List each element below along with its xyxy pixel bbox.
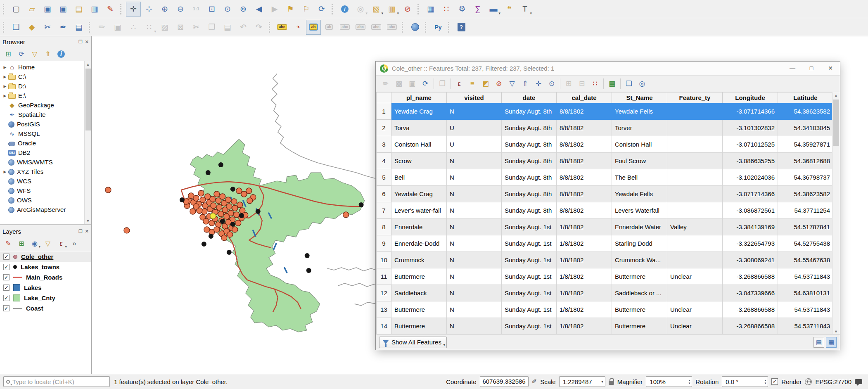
new-spatial-bookmark-button[interactable]: ⚑ xyxy=(283,2,298,17)
filter-select-form-button[interactable]: ▽ xyxy=(506,78,518,90)
reload-table-button[interactable]: ⟳ xyxy=(419,78,432,90)
open-attribute-table-button[interactable]: ▦ xyxy=(423,2,438,17)
row-number[interactable]: 10 xyxy=(377,252,391,268)
select-by-value-button[interactable]: ▥▾ xyxy=(384,2,399,17)
text-annotation-button[interactable]: T▾ xyxy=(517,2,532,17)
browser-item-db2[interactable]: DB2DB2 xyxy=(0,148,84,157)
field-calculator-button[interactable]: ∷ xyxy=(439,2,454,17)
filter-by-expression-button[interactable]: ε▾ xyxy=(55,237,67,250)
add-group-button[interactable]: ⊞ xyxy=(15,237,28,250)
select-by-value-caret-icon[interactable]: ▾ xyxy=(397,11,399,15)
table-row[interactable]: 14ButtermereNSunday Augt. 1st1/8/1802But… xyxy=(377,318,833,334)
layer-checkbox[interactable]: ✓ xyxy=(3,285,9,291)
new-shapefile-layer-button[interactable]: ✂ xyxy=(40,20,55,35)
magnifier-spinner[interactable]: 100% ▴▾ xyxy=(646,376,692,387)
scroll-thumb[interactable] xyxy=(85,69,91,130)
column-header-pl_name[interactable]: pl_name xyxy=(391,93,447,103)
save-project-button[interactable]: ▣ xyxy=(40,2,55,17)
processing-toolbox-button[interactable]: ⚙ xyxy=(455,2,470,17)
table-row[interactable]: 10CrummockNSunday Augt. 1st1/8/1802Crumm… xyxy=(377,252,833,268)
browser-item-arcgismapserver[interactable]: ArcGisMapServer xyxy=(0,205,84,214)
select-by-expression-button[interactable]: ε xyxy=(453,78,465,90)
table-row[interactable]: 3Coniston HallUSunday Augt. 8th8/8/1802C… xyxy=(377,136,833,153)
layer-item-lakes-towns[interactable]: ✓Lakes_towns xyxy=(0,262,91,272)
layer-labeling-button[interactable]: abc xyxy=(275,20,289,35)
browser-item-ows[interactable]: OWS xyxy=(0,195,84,205)
browser-item-mssql[interactable]: ∿MSSQL xyxy=(0,129,84,138)
table-row[interactable]: 8EnnerdaleNSunday Augt. 1st1/8/1802Enner… xyxy=(377,219,833,235)
invert-selection-button[interactable]: ◩ xyxy=(479,78,492,90)
minimize-button[interactable]: — xyxy=(783,62,802,75)
row-number[interactable]: 2 xyxy=(377,120,391,136)
help-button[interactable]: ? xyxy=(454,20,469,35)
layer-checkbox[interactable]: ✓ xyxy=(3,254,9,260)
layers-close-button[interactable]: ✕ xyxy=(85,229,89,234)
layer-item-coast[interactable]: ✓Coast xyxy=(0,303,91,313)
table-row[interactable]: 4ScrowNSunday Augt. 8th8/8/1802Foul Scro… xyxy=(377,153,833,169)
collapse-all-button[interactable]: ⇑ xyxy=(42,48,54,60)
scroll-thumb[interactable] xyxy=(833,100,839,146)
browser-item-oracle[interactable]: Oracle xyxy=(0,138,84,148)
lock-icon[interactable] xyxy=(609,381,614,385)
layer-item-lakes[interactable]: ✓Lakes xyxy=(0,282,91,293)
browser-item-c-drive[interactable]: ▶C:\ xyxy=(0,72,84,81)
deselect-all-button[interactable]: ⊘ xyxy=(493,78,505,90)
render-checkbox[interactable]: ✓ xyxy=(771,378,778,385)
new-project-button[interactable]: ▢ xyxy=(9,2,24,17)
layers-more-button[interactable]: » xyxy=(68,237,81,250)
table-row[interactable]: 13ButtermereNSunday Augt. 1st1/8/1802But… xyxy=(377,301,833,318)
row-number[interactable]: 8 xyxy=(377,219,391,235)
zoom-last-button[interactable]: ◀ xyxy=(251,2,266,17)
browser-item-spatialite[interactable]: ✒SpatiaLite xyxy=(0,110,84,119)
zoom-to-selection-button[interactable]: ⊙ xyxy=(545,78,558,90)
style-manager-button[interactable]: ✎ xyxy=(103,2,118,17)
layer-checkbox[interactable]: ✓ xyxy=(3,295,9,301)
column-header-date[interactable]: date xyxy=(502,93,557,103)
browser-properties-button[interactable]: i xyxy=(55,48,67,60)
map-tips-button[interactable]: ❝ xyxy=(502,2,517,17)
dock-attribute-table-button[interactable]: ❏ xyxy=(623,78,635,90)
scale-select[interactable]: 1:2289487 ▾ xyxy=(559,376,605,387)
crs-globe-icon[interactable] xyxy=(805,378,812,385)
manage-map-themes-caret-icon[interactable]: ▾ xyxy=(38,244,40,249)
layer-checkbox[interactable]: ✓ xyxy=(3,305,9,311)
browser-float-button[interactable]: ❐ xyxy=(78,39,83,45)
filter-by-expression-caret-icon[interactable]: ▾ xyxy=(65,244,67,249)
open-project-button[interactable]: ▱ xyxy=(24,2,39,17)
zoom-out-button[interactable]: ⊖ xyxy=(173,2,188,17)
expand-arrow-icon[interactable]: ▶ xyxy=(2,94,8,98)
show-all-features-button[interactable]: Show All Features ▾ xyxy=(379,337,447,348)
scroll-down-icon[interactable]: ▼ xyxy=(86,218,90,224)
column-header-St_Name[interactable]: St_Name xyxy=(612,93,667,103)
text-annotation-caret-icon[interactable]: ▾ xyxy=(530,11,532,15)
save-project-as-button[interactable]: ▣ xyxy=(56,2,71,17)
zoom-in-button[interactable]: ⊕ xyxy=(157,2,172,17)
identify-features-button[interactable]: i xyxy=(337,2,352,17)
filter-browser-button[interactable]: ▽ xyxy=(28,48,41,60)
expand-arrow-icon[interactable]: ▶ xyxy=(2,170,8,174)
table-row[interactable]: 5BellNSunday Augt. 8th8/8/1802The Bell-3… xyxy=(377,169,833,186)
manage-map-themes-button[interactable]: ◉▾ xyxy=(28,237,41,250)
layer-item-lake-cnty[interactable]: ✓Lake_Cnty xyxy=(0,293,91,303)
label-highlight-button[interactable]: ab xyxy=(306,20,321,35)
table-row[interactable]: 6Yewdale CragNSunday Augt. 8th8/8/1802Ye… xyxy=(377,186,833,202)
select-features-button[interactable]: ▧▾ xyxy=(369,2,384,17)
field-calculator-button[interactable]: ∷ xyxy=(589,78,601,90)
table-row[interactable]: 12SaddlebackNSunday Augt. 1st1/8/1802Sad… xyxy=(377,285,833,301)
table-view-button[interactable]: ▦ xyxy=(826,337,837,348)
layer-diagram-button[interactable]: ◔ xyxy=(290,20,305,35)
browser-close-button[interactable]: ✕ xyxy=(85,39,89,45)
extents-icon[interactable]: ✐ xyxy=(532,378,537,385)
row-number[interactable]: 5 xyxy=(377,169,391,186)
browser-item-geopackage[interactable]: ◆GeoPackage xyxy=(0,100,84,110)
browser-item-d-drive[interactable]: ▶D:\ xyxy=(0,81,84,91)
deselect-all-button[interactable]: ⊘ xyxy=(400,2,415,17)
zoom-to-layer-button[interactable]: ⊚ xyxy=(236,2,251,17)
browser-item-e-drive[interactable]: ▶E:\ xyxy=(0,91,84,100)
pan-map-button[interactable]: ✛ xyxy=(126,2,141,17)
row-number[interactable]: 4 xyxy=(377,153,391,169)
layer-item-cole-other[interactable]: ✓Cole_other xyxy=(0,251,91,262)
row-number[interactable]: 1 xyxy=(377,103,391,120)
row-number[interactable]: 7 xyxy=(377,202,391,219)
row-number[interactable]: 13 xyxy=(377,301,391,318)
